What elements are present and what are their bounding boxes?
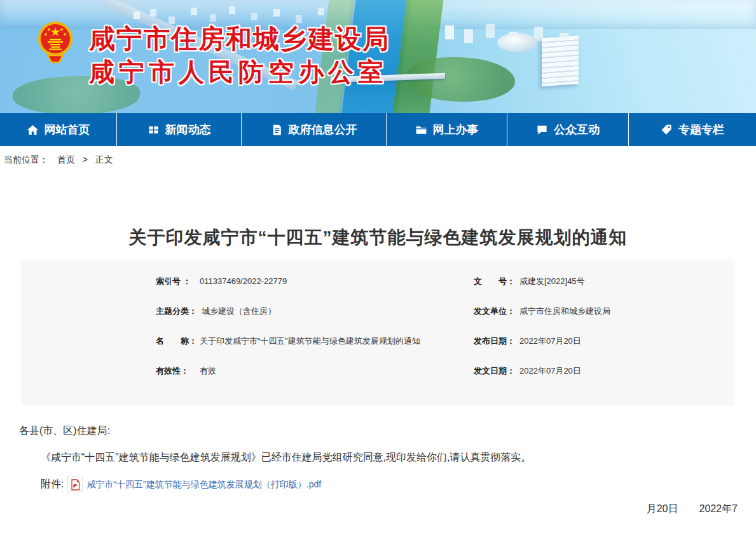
meta-value: 有效 <box>200 365 216 377</box>
meta-row-index-number: 索引号 ： 011337469/2022-22779 <box>156 276 378 306</box>
attachment-link[interactable]: 咸宁市“十四五”建筑节能与绿色建筑发展规划（打印版）.pdf <box>86 479 321 491</box>
nav-item-label: 网上办事 <box>433 122 479 137</box>
nav-item-news[interactable]: 新闻动态 <box>117 113 242 146</box>
meta-value: 城乡建设（含住房） <box>202 306 276 317</box>
meta-column-right: 文 号： 咸建发[2022]45号 发文单位： 咸宁市住房和城乡建设局 发布日期… <box>378 276 734 405</box>
article-title: 关于印发咸宁市“十四五”建筑节能与绿色建筑发展规划的通知 <box>0 226 756 250</box>
meta-label: 发文单位： <box>474 306 515 317</box>
meta-row-issuing-unit: 发文单位： 咸宁市住房和城乡建设局 <box>474 306 734 335</box>
body-paragraph: 《咸宁市“十四五”建筑节能与绿色建筑发展规划》已经市住建局党组研究同意,现印发给… <box>41 451 756 464</box>
meta-label: 名 称： <box>156 335 195 347</box>
meta-label: 主题分类： <box>156 306 197 317</box>
meta-row-document-name: 名 称： 关于印发咸宁市“十四五”建筑节能与绿色建筑发展规划的通知 <box>156 335 378 365</box>
meta-row-validity: 有效性： 有效 <box>156 365 378 395</box>
meta-label: 发布日期： <box>474 335 515 347</box>
chat-icon <box>536 124 548 136</box>
nav-item-label: 专题专栏 <box>678 122 724 137</box>
meta-value: 2022年07月20日 <box>519 365 581 377</box>
nav-item-online-services[interactable]: 网上办事 <box>387 113 507 146</box>
meta-value: 011337469/2022-22779 <box>200 276 287 287</box>
meta-column-left: 索引号 ： 011337469/2022-22779 主题分类： 城乡建设（含住… <box>21 276 378 405</box>
nav-item-special-columns[interactable]: 专题专栏 <box>629 113 756 146</box>
home-icon <box>27 124 39 136</box>
folder-icon <box>415 124 427 136</box>
attachment-row: 附件: 咸宁市“十四五”建筑节能与绿色建筑发展规划（打印版）.pdf <box>41 477 756 492</box>
breadcrumb-home-link[interactable]: 首页 <box>57 154 75 165</box>
header-photo-buildings-right <box>445 25 454 39</box>
org-names: 咸宁市住房和城乡建设局 咸宁市人民防空办公室 <box>89 24 390 86</box>
nav-item-home[interactable]: 网站首页 <box>0 113 117 146</box>
date-part2: 2022年7 <box>699 503 738 514</box>
meta-label: 索引号 ： <box>156 276 195 287</box>
header-photo-tower-building <box>542 36 579 86</box>
document-icon <box>271 124 283 136</box>
grid-icon <box>148 124 160 136</box>
meta-panel: 索引号 ： 011337469/2022-22779 主题分类： 城乡建设（含住… <box>21 261 734 405</box>
meta-value: 咸宁市住房和城乡建设局 <box>519 306 610 317</box>
salutation: 各县(市、区)住建局: <box>19 424 756 438</box>
meta-row-publish-date: 发布日期： 2022年07月20日 <box>474 335 734 365</box>
nav-item-gov-info[interactable]: 政府信息公开 <box>242 113 387 146</box>
nav-item-label: 政府信息公开 <box>289 122 357 137</box>
nav-item-label: 新闻动态 <box>165 122 211 137</box>
date-line: 月20日2022年7 <box>0 503 756 516</box>
meta-row-topic-category: 主题分类： 城乡建设（含住房） <box>156 306 378 335</box>
national-emblem-icon <box>37 19 74 71</box>
main-nav: 网站首页 新闻动态 政府信息公开 网上办事 公众互动 专题专栏 <box>0 113 756 146</box>
site-header: 咸宁市住房和城乡建设局 咸宁市人民防空办公室 <box>0 0 756 113</box>
date-part1: 月20日 <box>647 503 678 514</box>
breadcrumb-separator: > <box>83 154 88 165</box>
meta-row-issue-date: 发文日期： 2022年07月20日 <box>474 365 734 395</box>
nav-item-label: 公众互动 <box>554 122 600 137</box>
meta-label: 有效性： <box>156 365 195 377</box>
org-name-line2: 咸宁市人民防空办公室 <box>89 57 390 86</box>
attachment-label: 附件: <box>41 478 64 491</box>
breadcrumb-current: 正文 <box>95 154 113 165</box>
pdf-file-icon[interactable] <box>67 477 83 492</box>
nav-item-public-interaction[interactable]: 公众互动 <box>507 113 629 146</box>
meta-label: 文 号： <box>474 276 515 287</box>
breadcrumb: 当前位置： 首页 > 正文 <box>0 146 756 173</box>
nav-item-label: 网站首页 <box>45 122 90 137</box>
header-photo-buildings-left <box>134 11 140 19</box>
breadcrumb-prefix: 当前位置： <box>4 154 48 165</box>
header-photo-dome-building <box>497 33 538 52</box>
meta-label: 发文日期： <box>474 365 515 377</box>
meta-row-document-number: 文 号： 咸建发[2022]45号 <box>474 276 734 306</box>
meta-value: 咸建发[2022]45号 <box>519 276 585 287</box>
org-name-line1: 咸宁市住房和城乡建设局 <box>89 24 390 54</box>
tag-icon <box>661 124 673 136</box>
meta-value: 2022年07月20日 <box>519 335 581 347</box>
article: 关于印发咸宁市“十四五”建筑节能与绿色建筑发展规划的通知 索引号 ： 01133… <box>0 226 756 516</box>
